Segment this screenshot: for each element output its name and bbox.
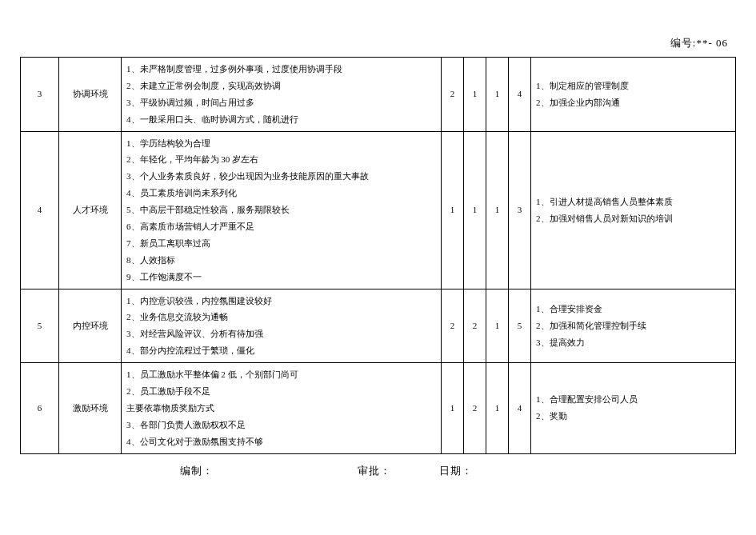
table-row: 4人才环境1、学历结构较为合理2、年轻化，平均年龄为 30 岁左右3、个人业务素…	[21, 131, 736, 289]
score-cell: 1	[486, 289, 509, 363]
description-line: 9、工作饱满度不一	[126, 269, 436, 285]
row-descriptions: 1、员工激励水平整体偏 2 低，个别部门尚可2、员工激励手段不足主要依靠物质奖励…	[122, 363, 442, 453]
measure-line: 1、制定相应的管理制度	[536, 78, 730, 94]
measure-line: 2、加强企业内部沟通	[536, 94, 730, 111]
score-cell: 2	[442, 289, 464, 363]
row-index: 4	[21, 131, 59, 289]
score-cell: 2	[464, 363, 486, 453]
score-cell: 2	[464, 289, 486, 363]
score-cell: 2	[442, 58, 464, 132]
measure-line: 1、合理配置安排公司人员	[536, 391, 730, 408]
row-category: 协调环境	[59, 58, 122, 132]
description-line: 3、平级协调过频，时间占用过多	[126, 94, 436, 111]
row-measures: 1、引进人材提高销售人员整体素质2、加强对销售人员对新知识的培训	[531, 131, 736, 289]
score-cell: 1	[486, 363, 509, 453]
description-line: 5、中高层干部稳定性较高，服务期限较长	[126, 202, 436, 218]
description-line: 2、年轻化，平均年龄为 30 岁左右	[126, 151, 436, 168]
score-cell: 4	[509, 363, 531, 453]
row-measures: 1、合理安排资金2、加强和简化管理控制手续3、提高效力	[531, 289, 736, 363]
description-line: 1、未严格制度管理，过多例外事项，过度使用协调手段	[126, 61, 436, 78]
measure-line: 3、提高效力	[536, 334, 730, 351]
row-descriptions: 1、学历结构较为合理2、年轻化，平均年龄为 30 岁左右3、个人业务素质良好，较…	[122, 131, 442, 289]
row-index: 5	[21, 289, 59, 363]
assessment-table: 3协调环境1、未严格制度管理，过多例外事项，过度使用协调手段2、未建立正常例会制…	[20, 57, 736, 454]
measure-line: 2、奖勤	[536, 408, 730, 425]
description-line: 6、高素质市场营销人才严重不足	[126, 218, 436, 235]
score-cell: 3	[509, 131, 531, 289]
description-line: 8、人效指标	[126, 252, 436, 269]
measure-line: 2、加强对销售人员对新知识的培训	[536, 210, 730, 227]
table-row: 5内控环境1、内控意识较强，内控氛围建设较好2、业务信息交流较为通畅3、对经营风…	[21, 289, 736, 363]
description-line: 1、学历结构较为合理	[126, 135, 436, 152]
row-category: 激励环境	[59, 363, 122, 453]
description-line: 4、公司文化对于激励氛围支持不够	[126, 433, 436, 450]
row-category: 内控环境	[59, 289, 122, 363]
measure-line: 1、合理安排资金	[536, 301, 730, 317]
score-cell: 1	[464, 58, 486, 132]
row-descriptions: 1、未严格制度管理，过多例外事项，过度使用协调手段2、未建立正常例会制度，实现高…	[122, 58, 442, 132]
description-line: 4、部分内控流程过于繁琐，僵化	[126, 342, 436, 359]
row-measures: 1、合理配置安排公司人员2、奖勤	[531, 363, 736, 453]
row-descriptions: 1、内控意识较强，内控氛围建设较好2、业务信息交流较为通畅3、对经营风险评议、分…	[122, 289, 442, 363]
description-line: 2、员工激励手段不足	[126, 383, 436, 400]
score-cell: 4	[509, 58, 531, 132]
description-line: 4、一般采用口头、临时协调方式，随机进行	[126, 111, 436, 128]
footer-date: 日期：	[439, 464, 473, 478]
row-measures: 1、制定相应的管理制度2、加强企业内部沟通	[531, 58, 736, 132]
description-line: 2、业务信息交流较为通畅	[126, 309, 436, 325]
score-cell: 1	[486, 58, 509, 132]
description-line: 3、个人业务素质良好，较少出现因为业务技能原因的重大事故	[126, 168, 436, 185]
measure-line: 2、加强和简化管理控制手续	[536, 317, 730, 334]
description-line: 7、新员工离职率过高	[126, 235, 436, 252]
description-line: 2、未建立正常例会制度，实现高效协调	[126, 78, 436, 94]
table-row: 6激励环境1、员工激励水平整体偏 2 低，个别部门尚可2、员工激励手段不足主要依…	[21, 363, 736, 453]
row-index: 3	[21, 58, 59, 132]
footer-approved: 审批：	[358, 464, 391, 478]
row-category: 人才环境	[59, 131, 122, 289]
measure-line: 1、引进人材提高销售人员整体素质	[536, 194, 730, 210]
description-line: 3、各部门负责人激励权权不足	[126, 417, 436, 433]
description-line: 1、员工激励水平整体偏 2 低，个别部门尚可	[126, 366, 436, 383]
footer-prepared: 编制：	[180, 464, 214, 478]
row-index: 6	[21, 363, 59, 453]
score-cell: 1	[442, 131, 464, 289]
description-line: 1、内控意识较强，内控氛围建设较好	[126, 293, 436, 309]
footer-line: 编制： 审批： 日期：	[20, 464, 736, 478]
description-line: 主要依靠物质奖励方式	[126, 400, 436, 417]
score-cell: 1	[442, 363, 464, 453]
description-line: 3、对经营风险评议、分析有待加强	[126, 325, 436, 342]
description-line: 4、员工素质培训尚未系列化	[126, 185, 436, 202]
score-cell: 1	[486, 131, 509, 289]
score-cell: 1	[464, 131, 486, 289]
table-row: 3协调环境1、未严格制度管理，过多例外事项，过度使用协调手段2、未建立正常例会制…	[21, 58, 736, 132]
score-cell: 5	[509, 289, 531, 363]
document-number: 编号:**- 06	[20, 36, 736, 50]
